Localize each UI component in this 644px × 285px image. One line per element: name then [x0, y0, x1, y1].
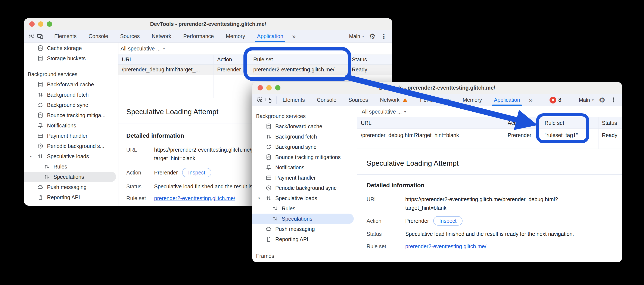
- close-window-button[interactable]: [258, 85, 263, 90]
- canvas: DevTools - prerender2-eventtesting.glitc…: [0, 0, 644, 285]
- sidebar-item-push-messaging[interactable]: Push messaging: [252, 224, 357, 234]
- zoom-window-button[interactable]: [47, 22, 52, 27]
- rule-set-link[interactable]: prerender2-eventtesting.glitch.me/: [405, 243, 486, 250]
- sidebar-item-payment-handler[interactable]: Payment handler: [252, 172, 357, 183]
- inspect-button[interactable]: Inspect: [433, 216, 462, 226]
- tab-sources[interactable]: Sources: [348, 94, 368, 106]
- context-selector[interactable]: Main ▾: [349, 33, 364, 39]
- detail-row-action: Action Prerender Inspect: [357, 216, 622, 226]
- tab-application[interactable]: Application: [257, 30, 283, 42]
- toolbar-divider: [570, 96, 570, 104]
- attempt-heading: Speculative Loading Attempt: [357, 157, 622, 169]
- payment-card-icon: [37, 132, 44, 139]
- column-header-status: Status: [598, 118, 622, 128]
- sidebar-item-notifications[interactable]: Notifications: [24, 120, 118, 131]
- disclosure-triangle-icon[interactable]: ▾: [30, 154, 32, 159]
- zoom-window-button[interactable]: [275, 85, 280, 90]
- chevron-down-icon: ▾: [592, 98, 594, 102]
- tab-performance[interactable]: Performance: [183, 30, 214, 42]
- window-title: DevTools - prerender2-eventtesting.glitc…: [379, 85, 495, 91]
- settings-gear-icon[interactable]: ⚙: [369, 33, 376, 40]
- panel-tabs: Elements Console Sources Network Perform…: [54, 30, 283, 42]
- close-window-button[interactable]: [29, 22, 35, 27]
- tab-elements[interactable]: Elements: [54, 30, 76, 42]
- sidebar-item-payment-handler[interactable]: Payment handler: [24, 131, 118, 141]
- tab-console[interactable]: Console: [317, 94, 336, 106]
- chevron-down-icon: ▾: [404, 110, 406, 114]
- sidebar-item-speculative-loads[interactable]: ▾ Speculative loads: [24, 151, 118, 162]
- titlebar-front: DevTools - prerender2-eventtesting.glitc…: [252, 82, 622, 94]
- sidebar-item-speculative-loads[interactable]: ▾ Speculative loads: [252, 193, 357, 203]
- sidebar-item-background-sync[interactable]: Background sync: [252, 142, 357, 152]
- sidebar-item-storage-buckets[interactable]: Storage buckets: [24, 53, 118, 64]
- tab-performance[interactable]: Performance: [420, 94, 450, 106]
- device-toolbar-icon[interactable]: [36, 32, 44, 40]
- sidebar-item-reporting-api[interactable]: Reporting API: [24, 192, 118, 202]
- application-sidebar-front: Background services Back/forward cache B…: [252, 106, 357, 262]
- sidebar-item-speculations-selected[interactable]: Speculations: [24, 172, 116, 182]
- tab-memory[interactable]: Memory: [462, 94, 482, 106]
- speculations-filter-dropdown[interactable]: All speculative ... ▾: [118, 42, 392, 54]
- cloud-icon: [37, 184, 44, 190]
- sidebar-item-cache-storage[interactable]: Cache storage: [24, 43, 118, 53]
- sidebar-item-periodic-background-sync[interactable]: Periodic background sync: [252, 183, 357, 193]
- rule-set-link[interactable]: prerender2-eventtesting.glitch.me/: [154, 195, 235, 202]
- kebab-menu-icon[interactable]: ⋮: [381, 33, 387, 40]
- sidebar-item-background-fetch[interactable]: Background fetch: [24, 90, 118, 100]
- table-row-speculation[interactable]: /prerender_debug.html?target_hint=blank …: [357, 129, 622, 142]
- speculations-filter-dropdown[interactable]: All speculative ... ▾: [357, 106, 622, 117]
- more-tabs-icon[interactable]: »: [529, 96, 533, 104]
- payment-card-icon: [266, 174, 272, 181]
- minimize-window-button[interactable]: [266, 85, 272, 90]
- console-errors-badge[interactable]: × 8: [550, 97, 561, 104]
- sidebar-item-bounce-tracking[interactable]: Bounce tracking mitigations: [252, 152, 357, 162]
- sidebar-item-rules[interactable]: Rules: [24, 162, 118, 172]
- disclosure-triangle-icon[interactable]: ▾: [258, 196, 260, 200]
- up-down-arrows-icon: [272, 216, 278, 222]
- tab-memory[interactable]: Memory: [226, 30, 245, 42]
- sidebar-item-push-messaging[interactable]: Push messaging: [24, 182, 118, 192]
- sidebar-section-background-services: Background services: [252, 111, 357, 121]
- sidebar-item-rules[interactable]: Rules: [252, 203, 357, 214]
- sidebar-item-bounce-tracking[interactable]: Bounce tracking mitiga...: [24, 110, 118, 120]
- tab-elements[interactable]: Elements: [282, 94, 305, 106]
- tab-network[interactable]: Network: [380, 94, 408, 106]
- sidebar-item-speculations-selected[interactable]: Speculations: [252, 214, 354, 224]
- tab-network[interactable]: Network: [152, 30, 172, 42]
- sidebar-item-background-fetch[interactable]: Background fetch: [252, 132, 357, 142]
- sidebar-item-reporting-api[interactable]: Reporting API: [252, 234, 357, 244]
- inspect-button[interactable]: Inspect: [182, 168, 212, 177]
- sidebar-item-back-forward-cache[interactable]: Back/forward cache: [24, 79, 118, 90]
- up-down-arrows-icon: [37, 92, 44, 98]
- table-empty-area: [357, 142, 622, 149]
- chevron-down-icon: ▾: [362, 34, 364, 38]
- sidebar-item-background-sync[interactable]: Background sync: [24, 100, 118, 110]
- toolbar-divider: [48, 33, 48, 40]
- url-value-line2: target_hint=blank: [405, 204, 558, 212]
- tab-application[interactable]: Application: [494, 94, 520, 106]
- detail-row-rule-set: Rule set prerender2-eventtesting.glitch.…: [357, 241, 622, 252]
- context-selector[interactable]: Main ▾: [579, 97, 594, 103]
- sidebar-item-periodic-background-sync[interactable]: Periodic background s...: [24, 141, 118, 151]
- more-tabs-icon[interactable]: »: [292, 33, 296, 40]
- devtools-toolbar-back: Elements Console Sources Network Perform…: [24, 30, 392, 42]
- minimize-window-button[interactable]: [38, 22, 44, 27]
- table-header-row: URL Action Rule set Status: [357, 117, 622, 129]
- up-down-arrows-icon: [37, 153, 44, 160]
- section-divider: [357, 174, 622, 175]
- table-row-speculation[interactable]: /prerender_debug.html?target_... Prerend…: [118, 64, 392, 74]
- tab-console[interactable]: Console: [88, 30, 108, 42]
- up-down-arrows-icon: [44, 163, 50, 170]
- devtools-toolbar-front: Elements Console Sources Network Perform…: [252, 94, 622, 106]
- inspect-element-icon[interactable]: [256, 96, 264, 104]
- sidebar-item-back-forward-cache[interactable]: Back/forward cache: [252, 121, 357, 132]
- settings-gear-icon[interactable]: ⚙: [599, 96, 605, 104]
- column-header-rule-set: Rule set: [541, 118, 598, 128]
- titlebar-back: DevTools - prerender2-eventtesting.glitc…: [24, 18, 392, 30]
- kebab-menu-icon[interactable]: ⋮: [610, 97, 617, 103]
- tab-sources[interactable]: Sources: [120, 30, 140, 42]
- database-icon: [37, 112, 44, 118]
- inspect-element-icon[interactable]: [27, 32, 36, 40]
- sidebar-item-notifications[interactable]: Notifications: [252, 162, 357, 172]
- device-toolbar-icon[interactable]: [264, 96, 273, 104]
